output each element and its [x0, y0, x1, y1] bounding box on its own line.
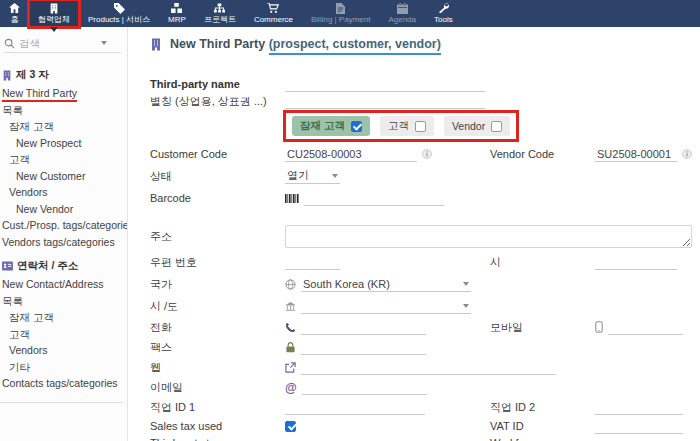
country-select[interactable]: South Korea (KR): [301, 276, 471, 292]
calendar-icon: [397, 3, 408, 14]
third-party-type-select[interactable]: [285, 435, 347, 441]
sidebar-item-contact-tags[interactable]: Contacts tags/categories: [0, 375, 127, 392]
sidebar-section-third-parties: 제 3 자: [0, 65, 127, 85]
external-link-icon: [285, 362, 296, 373]
vendor-code-input[interactable]: [595, 147, 677, 162]
email-label: 이메일: [150, 380, 285, 395]
sidebar-item-vendors[interactable]: Vendors: [0, 184, 127, 201]
prospect-toggle[interactable]: 잠재 고객: [292, 116, 370, 136]
zip-input[interactable]: [285, 255, 340, 270]
sidebar-item-contact-other[interactable]: 기타: [0, 359, 127, 376]
barcode-input[interactable]: [304, 191, 444, 206]
barcode-label: Barcode: [150, 192, 285, 204]
salestax-checkbox[interactable]: [285, 421, 296, 432]
vendor-toggle[interactable]: Vendor: [444, 116, 510, 136]
nav-item-projects[interactable]: 프로젝트: [195, 0, 245, 27]
fax-input[interactable]: [301, 340, 426, 355]
customer-code-label: Customer Code: [150, 148, 285, 160]
prospect-checkbox[interactable]: [351, 121, 362, 132]
nav-item-tools[interactable]: Tools: [425, 0, 462, 27]
search-icon: [4, 38, 15, 49]
top-navbar: 홈 협력업체 Products | 서비스 MRP 프로젝트: [0, 0, 700, 27]
sidebar-item-new-prospect[interactable]: New Prospect: [0, 135, 127, 152]
email-input[interactable]: [302, 380, 427, 395]
address-label: 주소: [150, 229, 285, 244]
sidebar-search-input[interactable]: [19, 37, 97, 49]
workforce-label: Workforce: [490, 437, 595, 441]
zip-label: 우편 번호: [150, 255, 285, 270]
vendor-code-label: Vendor Code: [490, 148, 595, 160]
address-textarea[interactable]: [285, 225, 692, 248]
wrench-icon: [438, 3, 449, 14]
nav-item-billing-payment[interactable]: Billing | Payment: [302, 0, 379, 27]
title-parenthetical: (prospect, customer, vendor): [269, 37, 441, 55]
sidebar-item-prospects[interactable]: 잠재 고객: [0, 118, 127, 135]
chevron-down-icon: [463, 304, 469, 308]
cubes-icon: [171, 3, 182, 14]
vatid-input[interactable]: [595, 419, 683, 434]
nav-item-third-parties[interactable]: 협력업체: [29, 0, 79, 27]
nav-item-products-services[interactable]: Products | 서비스: [79, 0, 159, 27]
info-icon: [682, 149, 692, 159]
web-input[interactable]: [301, 360, 556, 375]
alias-input[interactable]: [285, 94, 485, 109]
sidebar-item-new-third-party[interactable]: New Third Party: [0, 85, 127, 102]
sidebar-item-customers[interactable]: 고객: [0, 151, 127, 168]
nav-item-agenda[interactable]: Agenda: [379, 0, 425, 27]
sidebar-item-vendor-tags[interactable]: Vendors tags/categories: [0, 234, 127, 251]
page-title: New Third Party (prospect, customer, ven…: [150, 37, 692, 51]
city-label: 시: [490, 255, 595, 270]
phone-input[interactable]: [301, 320, 426, 335]
phone-label: 전화: [150, 320, 285, 335]
sidebar-item-new-contact[interactable]: New Contact/Address: [0, 276, 127, 293]
status-select[interactable]: 열기: [285, 168, 340, 184]
sidebar-item-new-customer[interactable]: New Customer: [0, 168, 127, 185]
city-input[interactable]: [595, 255, 677, 270]
tag-icon: [114, 3, 125, 14]
nav-item-commerce[interactable]: Commerce: [245, 0, 302, 27]
customer-toggle[interactable]: 고객: [380, 116, 434, 136]
phone-icon: [285, 322, 296, 333]
chevron-down-icon: [463, 282, 469, 286]
third-party-name-input[interactable]: [285, 77, 485, 92]
sidebar-item-contact-vendors[interactable]: Vendors: [0, 342, 127, 359]
chevron-down-icon: [332, 174, 338, 178]
customer-checkbox[interactable]: [415, 121, 426, 132]
sidebar-divider: [0, 402, 123, 403]
status-label: 상태: [150, 169, 285, 184]
building-icon: [49, 3, 59, 14]
mobile-label: 모바일: [490, 320, 595, 335]
profid1-input[interactable]: [285, 400, 425, 415]
sidebar-item-cust-prosp-tags[interactable]: Cust./Prosp. tags/categories: [0, 217, 127, 234]
alias-label: 별칭 (상업용, 상표권 ...): [150, 94, 285, 109]
fax-label: 팩스: [150, 340, 285, 355]
customer-code-input[interactable]: [285, 147, 417, 162]
vendor-checkbox[interactable]: [491, 121, 502, 132]
nature-checkbox-group: 잠재 고객 고객 Vendor: [285, 112, 517, 140]
sidebar-item-contact-customers[interactable]: 고객: [0, 326, 127, 343]
sidebar-item-contact-list[interactable]: 목록: [0, 293, 127, 310]
sidebar-item-new-vendor[interactable]: New Vendor: [0, 201, 127, 218]
barcode-icon: [285, 194, 299, 203]
country-label: 국가: [150, 277, 285, 292]
vatid-label: VAT ID: [490, 420, 595, 432]
cart-icon: [267, 3, 279, 14]
info-icon: [422, 149, 432, 159]
workforce-select[interactable]: [595, 435, 657, 441]
profid2-input[interactable]: [595, 400, 683, 415]
home-icon: [9, 3, 20, 14]
nav-item-home[interactable]: 홈: [0, 0, 29, 27]
search-dropdown-caret[interactable]: [101, 41, 107, 45]
state-select[interactable]: [301, 298, 471, 314]
page-title-text: New Third Party (prospect, customer, ven…: [170, 37, 441, 51]
main-content: New Third Party (prospect, customer, ven…: [128, 27, 700, 441]
web-label: 웹: [150, 360, 285, 375]
mobile-input[interactable]: [608, 320, 683, 335]
building-icon: [2, 70, 12, 81]
sidebar-item-list[interactable]: 목록: [0, 102, 127, 119]
invoice-icon: [336, 3, 345, 14]
contact-card-icon: [2, 261, 13, 271]
nav-item-mrp[interactable]: MRP: [159, 0, 195, 27]
sidebar-section-contacts: 연락처 / 주소: [0, 256, 127, 276]
sidebar-item-contact-prospects[interactable]: 잠재 고객: [0, 309, 127, 326]
